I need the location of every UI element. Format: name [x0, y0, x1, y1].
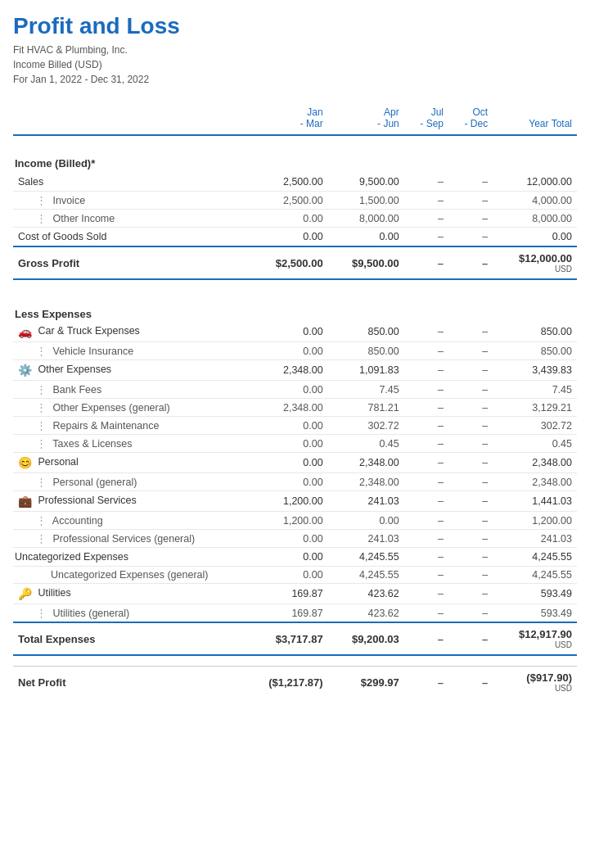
drill-icon: ⋮ — [36, 195, 47, 206]
drill-icon: ⋮ — [36, 384, 47, 396]
column-headers: Jan- Mar Apr- Jun Jul- Sep Oct- Dec Year… — [13, 103, 577, 135]
other-income-row: ⋮ Other Income 0.00 8,000.00 – – 8,000.0… — [13, 210, 577, 228]
drill-icon: ⋮ — [36, 402, 47, 414]
car-icon: 🚗 — [18, 325, 32, 338]
utilities-row: 🔑 Utilities 169.87 423.62 – – 593.49 — [13, 584, 577, 604]
invoice-row: ⋮ Invoice 2,500.00 1,500.00 – – 4,000.00 — [13, 192, 577, 210]
total-expenses-row: Total Expenses $3,717.87 $9,200.03 – – $… — [13, 622, 577, 655]
professional-services-row: 💼 Professional Services 1,200.00 241.03 … — [13, 491, 577, 512]
uncategorized-expenses-row: Uncategorized Expenses 0.00 4,245.55 – –… — [13, 548, 577, 567]
net-profit-row: Net Profit ($1,217.87) $299.97 – – ($917… — [13, 667, 577, 698]
drill-icon: ⋮ — [36, 420, 47, 432]
income-section-header: Income (Billed)* — [13, 146, 577, 173]
page-title: Profit and Loss — [13, 13, 577, 39]
col-header-jul-sep: Jul- Sep — [404, 103, 448, 135]
key-icon: 🔑 — [18, 587, 32, 600]
drill-icon: ⋮ — [36, 346, 47, 357]
settings-icon: ⚙️ — [18, 364, 32, 377]
drill-icon: ⋮ — [36, 438, 47, 450]
basis: Income Billed (USD) — [13, 59, 102, 70]
col-header-oct-dec: Oct- Dec — [448, 103, 493, 135]
drill-icon: ⋮ — [36, 213, 47, 224]
gross-profit-row: Gross Profit $2,500.00 $9,500.00 – – $12… — [13, 246, 577, 279]
period: For Jan 1, 2022 - Dec 31, 2022 — [13, 74, 149, 85]
uncategorized-general-row: Uncategorized Expenses (general) 0.00 4,… — [13, 567, 577, 584]
cogs-row: Cost of Goods Sold 0.00 0.00 – – 0.00 — [13, 228, 577, 247]
repairs-row: ⋮ Repairs & Maintenance 0.00 302.72 – – … — [13, 417, 577, 435]
col-header-jan-mar: Jan- Mar — [242, 103, 328, 135]
drill-icon: ⋮ — [36, 477, 47, 488]
taxes-licenses-row: ⋮ Taxes & Licenses 0.00 0.45 – – 0.45 — [13, 435, 577, 453]
drill-icon: ⋮ — [36, 515, 47, 527]
sales-row: Sales 2,500.00 9,500.00 – – 12,000.00 — [13, 173, 577, 192]
accounting-row: ⋮ Accounting 1,200.00 0.00 – – 1,200.00 — [13, 512, 577, 530]
other-expenses-general-row: ⋮ Other Expenses (general) 2,348.00 781.… — [13, 399, 577, 417]
smiley-icon: 😊 — [18, 456, 32, 469]
utilities-general-row: ⋮ Utilities (general) 169.87 423.62 – – … — [13, 604, 577, 623]
drill-icon: ⋮ — [36, 533, 47, 545]
col-header-year-total: Year Total — [493, 103, 577, 135]
briefcase-icon: 💼 — [18, 495, 32, 508]
car-truck-row: 🚗 Car & Truck Expenses 0.00 850.00 – – 8… — [13, 322, 577, 342]
prof-services-general-row: ⋮ Professional Services (general) 0.00 2… — [13, 530, 577, 548]
bank-fees-row: ⋮ Bank Fees 0.00 7.45 – – 7.45 — [13, 381, 577, 399]
vehicle-insurance-row: ⋮ Vehicle Insurance 0.00 850.00 – – 850.… — [13, 342, 577, 360]
other-expenses-row: ⚙️ Other Expenses 2,348.00 1,091.83 – – … — [13, 360, 577, 381]
personal-row: 😊 Personal 0.00 2,348.00 – – 2,348.00 — [13, 453, 577, 473]
col-header-apr-jun: Apr- Jun — [328, 103, 404, 135]
less-expenses-header: Less Expenses — [13, 300, 577, 322]
company-name: Fit HVAC & Plumbing, Inc. — [13, 44, 128, 56]
personal-general-row: ⋮ Personal (general) 0.00 2,348.00 – – 2… — [13, 473, 577, 491]
drill-icon: ⋮ — [36, 608, 47, 619]
